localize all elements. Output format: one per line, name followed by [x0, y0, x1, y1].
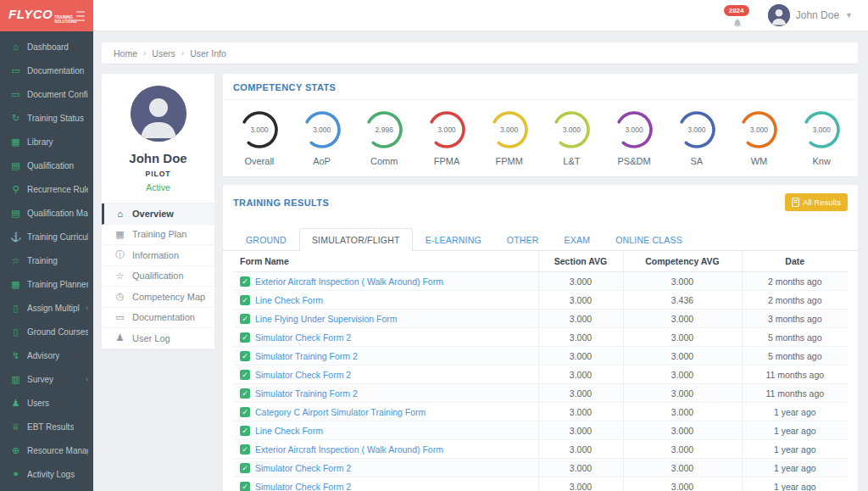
sidebar-item-label: Qualification — [27, 161, 74, 170]
training-results-tabs: GROUNDSIMULATOR/FLIGHTE-LEARNINGOTHEREXA… — [223, 218, 858, 251]
sidebar-item-users[interactable]: ♟Users — [0, 391, 93, 415]
check-icon: ✓ — [240, 407, 250, 417]
star-icon: ☆ — [10, 255, 21, 266]
form-link[interactable]: ✓Line Flying Under Supervision Form — [240, 314, 398, 324]
gauge-ring: 3.000 — [490, 110, 529, 149]
form-link[interactable]: ✓Line Check Form — [240, 426, 323, 436]
sidebar-item-training-curriculum[interactable]: ⚓Training Curriculum — [0, 225, 93, 248]
sidebar-item-recurrence-rules[interactable]: ⚲Recurrence Rules — [0, 177, 93, 201]
sidebar-item-activity-logs[interactable]: ⚭Activity Logs — [0, 462, 93, 486]
sidebar-item-label: Library — [27, 137, 53, 147]
tab-ground[interactable]: GROUND — [233, 228, 299, 251]
user-menu-item-qualification[interactable]: ☆Qualification — [102, 266, 214, 287]
form-name-cell: ✓Simulator Training Form 2 — [233, 384, 538, 403]
form-link-label: Simulator Check Form 2 — [255, 463, 351, 473]
user-menu-item-label: Overview — [132, 209, 174, 219]
competency-avg-cell: 3.000 — [623, 459, 742, 477]
user-menu[interactable]: John Doe ▼ — [768, 4, 853, 26]
all-results-button[interactable]: All Results — [785, 193, 848, 211]
sidebar-item-qualification[interactable]: ▤Qualification — [0, 153, 93, 177]
sidebar-item-training[interactable]: ☆Training — [0, 248, 93, 272]
date-cell: 1 year ago — [742, 459, 848, 477]
date-cell: 1 year ago — [742, 421, 848, 440]
sidebar-item-ground-courses[interactable]: ▯Ground Courses — [0, 320, 93, 343]
gauge-value: 3.000 — [490, 110, 529, 149]
sidebar-item-label: Training Planner — [27, 280, 88, 289]
form-link[interactable]: ✓Simulator Check Form 2 — [240, 332, 351, 343]
check-icon: ✓ — [240, 351, 250, 361]
form-link[interactable]: ✓Simulator Training Form 2 — [240, 388, 358, 399]
sidebar-item-library[interactable]: ▦Library — [0, 130, 93, 153]
date-cell: 1 year ago — [742, 403, 848, 421]
competency-avg-cell: 3.000 — [623, 384, 742, 403]
section-avg-cell: 3.000 — [538, 477, 623, 491]
form-link-label: Simulator Check Form 2 — [255, 332, 351, 343]
col-header-date: Date — [742, 251, 848, 272]
tab-other[interactable]: OTHER — [494, 228, 552, 251]
sidebar-item-survey[interactable]: ▥Survey‹ — [0, 367, 93, 391]
gauge-value: 3.000 — [303, 110, 342, 149]
form-name-cell: ✓Simulator Training Form 2 — [233, 347, 538, 365]
tab-simulator-flight[interactable]: SIMULATOR/FLIGHT — [299, 228, 413, 251]
notifications-button[interactable]: 2824 — [724, 3, 753, 28]
sidebar-item-training-planner[interactable]: ▦Training Planner — [0, 272, 93, 296]
gauge-ring: 3.000 — [552, 110, 591, 149]
form-link[interactable]: ✓Simulator Check Form 2 — [240, 370, 351, 380]
tab-e-learning[interactable]: E-LEARNING — [413, 228, 494, 251]
gauge-value: 3.000 — [739, 110, 778, 149]
sidebar-item-advisory[interactable]: ↯Advisory — [0, 343, 93, 367]
user-menu-item-user-log[interactable]: ♟User Log — [102, 328, 214, 349]
sidebar-item-label: Training Curriculum — [27, 232, 88, 242]
form-link[interactable]: ✓Simulator Training Form 2 — [240, 351, 358, 361]
sidebar-item-dashboard[interactable]: ⌂Dashboard — [0, 35, 93, 59]
card-icon: ▤ — [10, 208, 21, 219]
table-row: ✓Line Check Form3.0003.4362 months ago — [233, 291, 848, 310]
sidebar-item-label: Assign Multiple — [27, 304, 80, 313]
sidebar-item-label: Training Status — [27, 114, 84, 123]
competency-gauge-sa: 3.000SA — [665, 110, 728, 166]
sidebar-item-label: Resource Manager — [27, 446, 88, 455]
user-menu-item-training-plan[interactable]: ▦Training Plan — [102, 225, 214, 246]
sidebar-item-qualification-manager[interactable]: ▤Qualification Manager — [0, 201, 93, 225]
form-name-cell: ✓Simulator Check Form 2 — [233, 459, 538, 477]
user-menu-item-documentation[interactable]: ▭Documentation — [102, 308, 214, 329]
date-cell: 11 months ago — [742, 384, 848, 403]
date-cell: 1 year ago — [742, 440, 848, 459]
sidebar-item-documentation[interactable]: ▭Documentation — [0, 59, 93, 82]
form-link[interactable]: ✓Line Check Form — [240, 295, 323, 305]
tab-exam[interactable]: EXAM — [552, 228, 604, 251]
hamburger-menu-icon[interactable] — [76, 8, 85, 24]
form-link[interactable]: ✓Exterior Aircraft Inspection ( Walk Aro… — [240, 276, 443, 287]
sidebar-item-document-confirm[interactable]: ▭Document Confirm — [0, 82, 93, 106]
competency-gauge-psanddm: 3.000PS&DM — [603, 110, 665, 166]
user-menu-item-competency-map[interactable]: ◷Competency Map — [102, 287, 214, 308]
sidebar-item-resource-manager[interactable]: ⊕Resource Manager — [0, 438, 93, 462]
section-avg-cell: 3.000 — [538, 421, 623, 440]
sidebar-item-ebt-results[interactable]: ♕EBT Results — [0, 415, 93, 438]
sidebar-item-assign-multiple[interactable]: ▯Assign Multiple‹ — [0, 296, 93, 320]
user-name: John Doe — [102, 151, 214, 165]
sidebar-item-label: Recurrence Rules — [27, 185, 88, 194]
date-cell: 11 months ago — [742, 365, 848, 384]
user-menu-item-overview[interactable]: ⌂Overview — [102, 204, 214, 225]
form-link[interactable]: ✓Exterior Aircraft Inspection ( Walk Aro… — [240, 444, 443, 455]
competency-avg-cell: 3.000 — [623, 403, 742, 421]
tab-online-class[interactable]: ONLINE CLASS — [603, 228, 695, 251]
competency-avg-cell: 3.000 — [623, 477, 742, 491]
gauge-ring: 3.000 — [677, 110, 716, 149]
gauge-label: FPMM — [495, 156, 522, 166]
user-menu-item-information[interactable]: ⓘInformation — [102, 245, 214, 266]
competency-gauge-wm: 3.000WM — [728, 110, 791, 166]
breadcrumb-item-users[interactable]: Users — [152, 48, 175, 59]
breadcrumb-item-home[interactable]: Home — [114, 48, 137, 59]
form-link[interactable]: ✓Category C Airport Simulator Training F… — [240, 407, 426, 417]
star-icon: ☆ — [114, 271, 125, 282]
date-cell: 2 months ago — [742, 291, 848, 310]
form-link-label: Simulator Training Form 2 — [255, 351, 358, 361]
form-link[interactable]: ✓Simulator Check Form 2 — [240, 482, 351, 491]
flyco-logo[interactable]: FLYCO TRAINING SOLUTIONS — [8, 7, 76, 25]
home-icon: ⌂ — [114, 209, 125, 219]
sidebar-item-label: EBT Results — [27, 422, 74, 432]
form-link[interactable]: ✓Simulator Check Form 2 — [240, 463, 351, 473]
sidebar-item-training-status[interactable]: ↻Training Status — [0, 106, 93, 130]
